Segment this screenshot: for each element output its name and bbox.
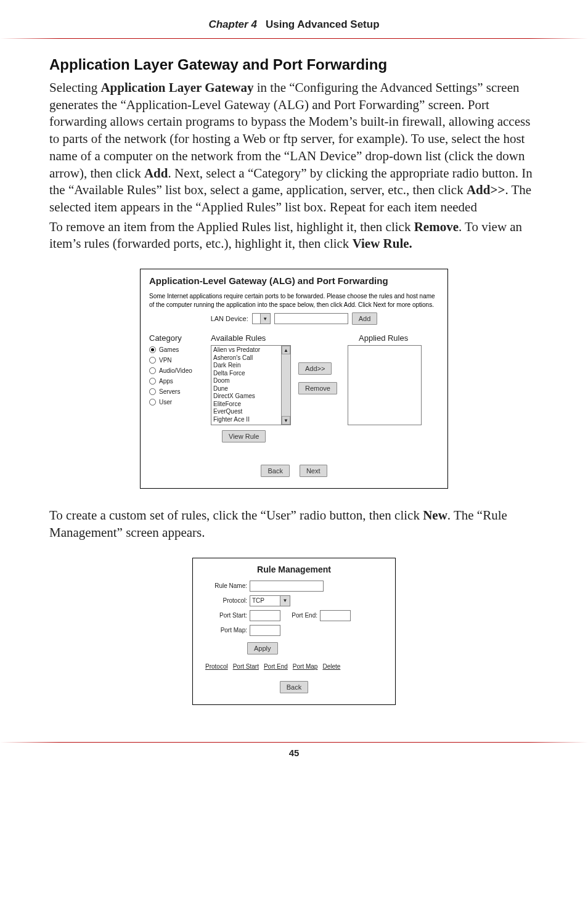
text: To create a custom set of rules, click t…: [49, 508, 423, 523]
category-header: Category: [149, 333, 211, 343]
radio-dot-icon: [149, 357, 156, 364]
bold-text: Add: [144, 166, 168, 181]
radio-label: Servers: [159, 388, 180, 395]
chapter-label: Chapter 4: [208, 18, 256, 30]
list-item[interactable]: Fighter Ace II: [213, 416, 279, 424]
port-end-label: Port End:: [283, 612, 317, 619]
lan-device-label: LAN Device:: [211, 315, 248, 322]
back-button[interactable]: Back: [280, 681, 308, 693]
col-protocol: Protocol: [205, 663, 228, 670]
list-item[interactable]: DirectX Games: [213, 393, 279, 401]
radio-dot-icon: [149, 346, 156, 353]
bold-text: Remove: [414, 219, 459, 234]
view-rule-button[interactable]: View Rule: [222, 430, 266, 442]
available-rules-listbox[interactable]: Alien vs Predator Asheron's Call Dark Re…: [211, 345, 291, 425]
remove-rule-button[interactable]: Remove: [298, 382, 337, 394]
category-list: Games VPN Audio/Video Apps Servers User: [149, 345, 207, 425]
bold-text: Add>>: [467, 182, 505, 197]
chapter-title: Using Advanced Setup: [266, 18, 380, 30]
protocol-value: TCP: [250, 596, 280, 606]
transfer-buttons: Add>> Remove: [295, 345, 344, 425]
radio-label: VPN: [159, 357, 172, 364]
radio-apps[interactable]: Apps: [149, 378, 207, 385]
column-headers: Category Available Rules Applied Rules: [149, 333, 439, 343]
panel-title: Application-Level Gateway (ALG) and Port…: [149, 275, 439, 286]
page-header: Chapter 4 Using Advanced Setup: [0, 18, 588, 38]
smallcaps-text: ALG: [278, 97, 304, 112]
list-item[interactable]: Dark Rein: [213, 362, 279, 370]
panel-title: Rule Management: [202, 565, 386, 574]
applied-rules-header: Applied Rules: [359, 333, 439, 343]
scroll-down-icon[interactable]: ▼: [282, 416, 290, 425]
radio-label: Apps: [159, 378, 173, 385]
radio-label: Games: [159, 346, 179, 353]
col-port-start: Port Start: [233, 663, 259, 670]
port-map-input[interactable]: [250, 625, 280, 636]
col-port-end: Port End: [264, 663, 288, 670]
list-item[interactable]: Delta Force: [213, 370, 279, 378]
section-heading: Application Layer Gateway and Port Forwa…: [49, 56, 539, 73]
applied-rules-listbox[interactable]: [348, 345, 422, 425]
chevron-down-icon: ▼: [260, 314, 270, 324]
next-button[interactable]: Next: [300, 465, 327, 477]
radio-dot-icon: [149, 367, 156, 374]
page-number: 45: [0, 748, 588, 758]
bold-text: View Rule.: [353, 236, 412, 251]
rule-name-input[interactable]: [250, 581, 324, 592]
text: Selecting: [49, 80, 100, 95]
footer-divider: [0, 742, 588, 743]
available-rules-header: Available Rules: [211, 333, 359, 343]
smallcaps-text: LAN: [290, 149, 316, 163]
protocol-label: Protocol:: [204, 597, 247, 604]
col-port-map: Port Map: [293, 663, 318, 670]
radio-vpn[interactable]: VPN: [149, 357, 207, 364]
radio-servers[interactable]: Servers: [149, 388, 207, 395]
port-start-label: Port Start:: [204, 612, 247, 619]
col-delete: Delete: [322, 663, 340, 670]
scrollbar[interactable]: ▲ ▼: [281, 346, 290, 425]
apply-button[interactable]: Apply: [247, 642, 278, 654]
rule-management-panel: Rule Management Rule Name: Protocol: TCP…: [192, 558, 396, 705]
lan-device-row: LAN Device: ▼ Add: [149, 312, 439, 325]
radio-dot-icon: [149, 399, 156, 406]
add-lan-button[interactable]: Add: [352, 312, 378, 325]
radio-user[interactable]: User: [149, 399, 207, 406]
lan-device-input[interactable]: [274, 313, 348, 324]
scroll-up-icon[interactable]: ▲: [282, 346, 290, 354]
list-item[interactable]: Asheron's Call: [213, 354, 279, 362]
rule-name-label: Rule Name:: [204, 582, 247, 589]
radio-label: Audio/Video: [159, 367, 192, 374]
radio-games[interactable]: Games: [149, 346, 207, 353]
port-end-input[interactable]: [320, 610, 351, 621]
radio-label: User: [159, 399, 172, 406]
list-item[interactable]: Alien vs Predator: [213, 346, 279, 354]
lan-device-select[interactable]: ▼: [252, 313, 271, 324]
add-rule-button[interactable]: Add>>: [298, 362, 332, 375]
back-button[interactable]: Back: [261, 465, 289, 477]
header-divider: [0, 38, 588, 39]
port-start-input[interactable]: [250, 610, 280, 621]
text: To remove an item from the Applied Rules…: [49, 219, 414, 234]
bold-text: Application Layer Gateway: [100, 80, 253, 95]
body-paragraph-1: Selecting Application Layer Gateway in t…: [49, 79, 539, 216]
bold-text: New: [423, 508, 447, 523]
radio-dot-icon: [149, 388, 156, 395]
port-map-label: Port Map:: [204, 627, 247, 634]
list-item[interactable]: Dune: [213, 385, 279, 393]
list-item[interactable]: EverQuest: [213, 408, 279, 416]
chevron-down-icon: ▼: [280, 596, 290, 606]
radio-audio-video[interactable]: Audio/Video: [149, 367, 207, 374]
list-item[interactable]: EliteForce: [213, 401, 279, 409]
alg-panel: Application-Level Gateway (ALG) and Port…: [140, 269, 448, 489]
rule-table-header: Protocol Port Start Port End Port Map De…: [202, 663, 386, 670]
body-paragraph-3: To create a custom set of rules, click t…: [49, 507, 539, 541]
radio-dot-icon: [149, 378, 156, 385]
panel-intro: Some Internet applications require certa…: [149, 292, 439, 309]
body-paragraph-2: To remove an item from the Applied Rules…: [49, 219, 539, 253]
protocol-select[interactable]: TCP ▼: [250, 595, 290, 606]
list-item[interactable]: Doom: [213, 377, 279, 385]
